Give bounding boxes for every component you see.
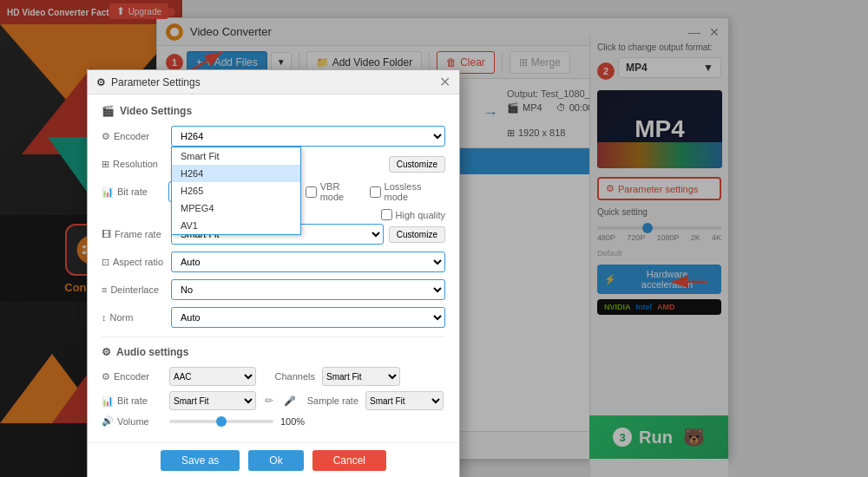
- bitrate-edit-icon[interactable]: ✏: [265, 395, 273, 407]
- res-icon: ⊞: [102, 159, 109, 170]
- lossless-input[interactable]: [370, 186, 381, 198]
- mic-icon: 🎤: [284, 395, 296, 407]
- dialog-overlay: ⚙ Parameter Settings ✕ 🎬 Video Settings …: [0, 0, 868, 477]
- resolution-label: ⊞ Resolution: [102, 159, 171, 170]
- aenc-icon: ⚙: [102, 371, 110, 382]
- encoder-select[interactable]: H264: [171, 126, 445, 147]
- abi-icon: 📊: [102, 395, 114, 407]
- audio-settings-icon: ⚙: [102, 346, 111, 358]
- volume-label: 🔊 Volume: [102, 415, 162, 427]
- framerate-customize-button[interactable]: Customize: [389, 226, 445, 243]
- audio-encoder-label: ⚙ Encoder: [102, 371, 162, 382]
- audio-section: ⚙ Audio settings ⚙ Encoder AAC Channels …: [102, 337, 445, 427]
- lossless-checkbox[interactable]: Lossless mode: [370, 181, 445, 202]
- video-settings-icon: 🎬: [102, 105, 115, 117]
- aspectratio-row: ⊡ Aspect ratio Auto: [102, 252, 445, 272]
- audio-section-header: ⚙ Audio settings: [102, 346, 445, 358]
- volume-row: 🔊 Volume 100%: [102, 415, 445, 427]
- high-quality-checkbox[interactable]: High quality: [381, 209, 445, 220]
- dialog-close-button[interactable]: ✕: [439, 74, 450, 90]
- audio-bitrate-row: 📊 Bit rate Smart Fit ✏ 🎤 Sample rate Sma…: [102, 391, 445, 410]
- aspectratio-select[interactable]: Auto: [171, 252, 445, 272]
- channels-select[interactable]: Smart Fit: [322, 367, 400, 386]
- encoder-control: H264 Smart Fit H264 H265 MPEG4 AV1: [171, 126, 445, 147]
- vbr-input[interactable]: [306, 186, 317, 198]
- norm-label: ↕ Norm: [102, 312, 171, 323]
- ok-button[interactable]: Ok: [248, 450, 303, 471]
- volume-slider-container: 100%: [169, 416, 305, 427]
- norm-icon: ↕: [102, 312, 107, 323]
- norm-row: ↕ Norm Auto: [102, 307, 445, 328]
- save-as-button[interactable]: Save as: [161, 450, 240, 471]
- quality-options: VBR mode Lossless mode: [306, 181, 445, 202]
- encoder-option-mpeg4[interactable]: MPEG4: [172, 199, 300, 217]
- encoder-icon: ⚙: [102, 131, 110, 142]
- deinterlace-select[interactable]: No: [171, 279, 445, 300]
- parameter-settings-dialog: ⚙ Parameter Settings ✕ 🎬 Video Settings …: [87, 69, 460, 477]
- encoder-option-av1[interactable]: AV1: [172, 217, 300, 234]
- audio-encoder-select[interactable]: AAC: [169, 367, 256, 386]
- vbr-checkbox[interactable]: VBR mode: [306, 181, 365, 202]
- cancel-button[interactable]: Cancel: [312, 450, 386, 471]
- encoder-option-h265[interactable]: H265: [172, 182, 300, 199]
- aspectratio-control: Auto: [171, 252, 445, 272]
- high-quality-input[interactable]: [381, 209, 392, 220]
- bitrate-label: 📊 Bit rate: [102, 186, 168, 198]
- framerate-label: 🎞 Frame rate: [102, 229, 171, 239]
- encoder-row: ⚙ Encoder H264 Smart Fit H264 H265 MPEG4…: [102, 126, 445, 147]
- audio-bitrate-label: 📊 Bit rate: [102, 395, 162, 407]
- framerate-icon: 🎞: [102, 229, 111, 239]
- encoder-option-smartfit[interactable]: Smart Fit: [172, 147, 300, 165]
- channels-label: Channels: [263, 371, 315, 382]
- dialog-titlebar: ⚙ Parameter Settings ✕: [88, 70, 459, 95]
- volume-percent: 100%: [280, 416, 305, 427]
- dialog-title: Parameter Settings: [111, 76, 439, 88]
- bitrate-icon: 📊: [102, 186, 114, 198]
- norm-select[interactable]: Auto: [171, 307, 445, 328]
- audio-encoder-row: ⚙ Encoder AAC Channels Smart Fit: [102, 367, 445, 386]
- volume-icon: 🔊: [102, 415, 114, 427]
- encoder-option-h264[interactable]: H264: [172, 165, 300, 182]
- aspect-icon: ⊡: [102, 257, 109, 268]
- dialog-body: 🎬 Video Settings ⚙ Encoder H264 Smart Fi…: [88, 95, 459, 442]
- deinterlace-control: No: [171, 279, 445, 300]
- volume-slider[interactable]: [169, 420, 273, 423]
- encoder-label: ⚙ Encoder: [102, 131, 171, 142]
- encoder-dropdown: Smart Fit H264 H265 MPEG4 AV1: [171, 147, 301, 235]
- deinterlace-label: ≡ Deinterlace: [102, 284, 171, 295]
- aspectratio-label: ⊡ Aspect ratio: [102, 257, 171, 268]
- audio-bitrate-select[interactable]: Smart Fit: [169, 391, 256, 410]
- sample-rate-select[interactable]: Smart Fit: [365, 391, 444, 410]
- samplerate-label: Sample rate: [306, 395, 358, 406]
- video-section-header: 🎬 Video Settings: [102, 105, 445, 117]
- dialog-footer: Save as Ok Cancel: [88, 442, 459, 477]
- deinterlace-icon: ≡: [102, 284, 107, 295]
- norm-control: Auto: [171, 307, 445, 328]
- resolution-customize-button[interactable]: Customize: [389, 156, 445, 173]
- deinterlace-row: ≡ Deinterlace No: [102, 279, 445, 300]
- dialog-icon: ⚙: [96, 76, 106, 88]
